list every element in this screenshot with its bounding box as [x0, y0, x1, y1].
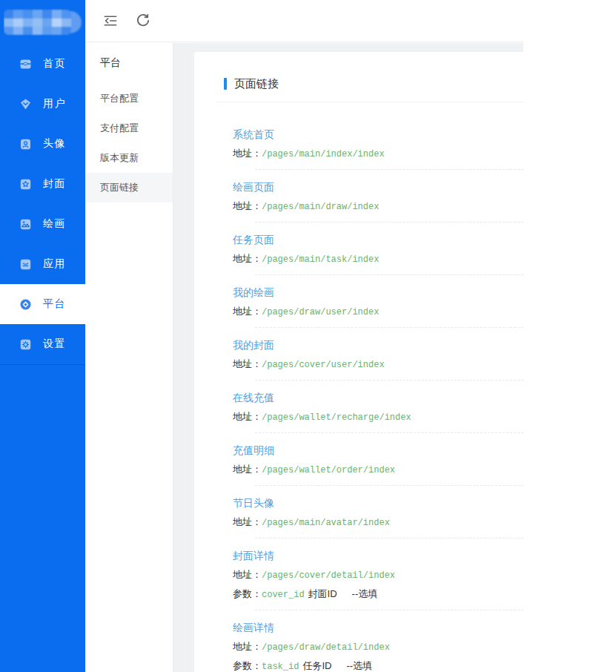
draw-image-icon: [19, 218, 32, 231]
submenu-item-version-update[interactable]: 版本更新: [85, 143, 173, 173]
app-shell: 首页用户头像封面绘画应用平台设置 平台 平台配置支付配置版本更新页面链接 页面链…: [0, 0, 616, 672]
page-link-param-row: 参数：task_id任务ID--选填: [233, 659, 523, 672]
page-link-item: 节日头像地址：/pages/main/avatar/index: [194, 486, 523, 538]
page-link-path: /pages/draw/user/index: [262, 307, 379, 317]
sidebar-item-label: 应用: [43, 257, 66, 271]
sidebar-item-home[interactable]: 首页: [0, 44, 85, 84]
sidebar-item-label: 绘画: [43, 217, 66, 231]
primary-sidebar: 首页用户头像封面绘画应用平台设置: [0, 0, 85, 672]
sidebar-divider: [0, 364, 85, 365]
submenu-panel: 平台 平台配置支付配置版本更新页面链接: [85, 43, 173, 672]
refresh-icon[interactable]: [136, 13, 150, 28]
sidebar-item-draw[interactable]: 绘画: [0, 204, 85, 244]
page-link-item: 系统首页地址：/pages/main/index/index: [194, 117, 523, 170]
page-link-title[interactable]: 封面详情: [233, 549, 274, 563]
address-label: 地址：: [233, 411, 262, 422]
page-link-title[interactable]: 充值明细: [233, 444, 274, 458]
page-link-path: /pages/wallet/recharge/index: [262, 412, 411, 423]
page-link-item: 绘画详情地址：/pages/draw/detail/index参数：task_i…: [194, 610, 523, 672]
sidebar-item-apps[interactable]: 应用: [0, 244, 85, 284]
param-label: 参数：: [233, 588, 262, 599]
sidebar-item-label: 用户: [43, 97, 66, 111]
page-link-path: /pages/wallet/order/index: [262, 465, 395, 475]
sidebar-item-label: 设置: [43, 337, 66, 351]
submenu-item-platform-config[interactable]: 平台配置: [85, 84, 173, 113]
address-label: 地址：: [233, 148, 262, 159]
sidebar-item-label: 首页: [43, 57, 66, 70]
page-link-address-row: 地址：/pages/main/draw/index: [233, 200, 523, 214]
param-optional-flag: --选填: [346, 660, 372, 671]
page-link-path: /pages/main/draw/index: [262, 202, 379, 212]
page-link-title[interactable]: 我的封面: [233, 338, 274, 352]
home-icon: [19, 58, 32, 70]
page-link-address-row: 地址：/pages/wallet/order/index: [233, 463, 523, 477]
param-code: task_id: [262, 662, 299, 672]
param-desc: 封面ID: [308, 588, 337, 599]
address-label: 地址：: [233, 306, 262, 317]
page-link-path: /pages/cover/detail/index: [262, 570, 395, 581]
sidebar-item-avatar[interactable]: 头像: [0, 124, 85, 164]
submenu-list: 平台配置支付配置版本更新页面链接: [85, 84, 173, 202]
param-desc: 任务ID: [302, 660, 331, 671]
sidebar-item-cover[interactable]: 封面: [0, 164, 85, 204]
sidebar-item-label: 头像: [43, 137, 66, 151]
param-label: 参数：: [233, 660, 262, 671]
app-logo-censored: [4, 9, 82, 36]
main-area: 页面链接 系统首页地址：/pages/main/index/index绘画页面地…: [173, 43, 523, 672]
page-link-item: 我的封面地址：/pages/cover/user/index: [194, 328, 523, 381]
param-code: cover_id: [262, 590, 305, 600]
title-marker: [224, 78, 227, 90]
page-link-item: 在线充值地址：/pages/wallet/recharge/index: [194, 381, 523, 433]
section-title-row: 页面链接: [224, 77, 523, 90]
page-link-path: /pages/draw/detail/index: [262, 642, 390, 653]
app-box-icon: [19, 258, 32, 271]
page-link-path: /pages/main/index/index: [262, 149, 385, 159]
address-label: 地址：: [233, 464, 262, 475]
page-link-list: 系统首页地址：/pages/main/index/index绘画页面地址：/pa…: [194, 102, 523, 672]
menu-fold-icon[interactable]: [103, 13, 118, 28]
page-link-address-row: 地址：/pages/main/avatar/index: [233, 515, 523, 530]
content-card: 页面链接 系统首页地址：/pages/main/index/index绘画页面地…: [194, 52, 523, 672]
sidebar-item-label: 封面: [43, 177, 66, 191]
page-link-path: /pages/cover/user/index: [262, 360, 385, 370]
page-link-address-row: 地址：/pages/main/index/index: [233, 147, 523, 161]
user-gem-icon: [19, 98, 32, 111]
page-link-item: 封面详情地址：/pages/cover/detail/index参数：cover…: [194, 538, 523, 610]
topbar: [85, 0, 523, 42]
page-link-address-row: 地址：/pages/wallet/recharge/index: [233, 410, 523, 424]
sidebar-item-settings[interactable]: 设置: [0, 324, 85, 364]
page-link-address-row: 地址：/pages/cover/user/index: [233, 358, 523, 372]
page-link-address-row: 地址：/pages/main/task/index: [233, 252, 523, 266]
submenu-item-page-links[interactable]: 页面链接: [85, 173, 173, 202]
page-link-path: /pages/main/avatar/index: [262, 518, 390, 528]
page-link-item: 充值明细地址：/pages/wallet/order/index: [194, 433, 523, 486]
avatar-card-icon: [19, 138, 32, 151]
sidebar-item-users[interactable]: 用户: [0, 84, 85, 124]
submenu-item-payment-config[interactable]: 支付配置: [85, 113, 173, 143]
page-link-address-row: 地址：/pages/draw/user/index: [233, 305, 523, 319]
page-link-title[interactable]: 节日头像: [233, 496, 274, 510]
submenu-header: 平台: [85, 43, 173, 70]
page-link-param-row: 参数：cover_id封面ID--选填: [233, 587, 523, 602]
page-link-title[interactable]: 任务页面: [233, 233, 274, 247]
cover-star-icon: [19, 178, 32, 191]
page-link-item: 绘画页面地址：/pages/main/draw/index: [194, 170, 523, 223]
address-label: 地址：: [233, 200, 262, 211]
page-link-item: 我的绘画地址：/pages/draw/user/index: [194, 275, 523, 328]
page-link-title[interactable]: 绘画页面: [233, 180, 274, 194]
address-label: 地址：: [233, 253, 262, 264]
page-link-item: 任务页面地址：/pages/main/task/index: [194, 223, 523, 275]
settings-gear-icon: [19, 338, 32, 351]
page-link-title[interactable]: 系统首页: [233, 128, 274, 142]
page-link-address-row: 地址：/pages/cover/detail/index: [233, 568, 523, 582]
address-label: 地址：: [233, 516, 262, 527]
page-link-title[interactable]: 我的绘画: [233, 286, 274, 300]
address-label: 地址：: [233, 569, 262, 580]
page-link-title[interactable]: 绘画详情: [233, 621, 274, 635]
address-label: 地址：: [233, 358, 262, 369]
sidebar-item-platform[interactable]: 平台: [0, 284, 85, 324]
page-title: 页面链接: [234, 77, 279, 91]
page-link-title[interactable]: 在线充值: [233, 391, 274, 405]
platform-target-icon: [19, 298, 32, 311]
sidebar-nav: 首页用户头像封面绘画应用平台设置: [0, 44, 85, 365]
